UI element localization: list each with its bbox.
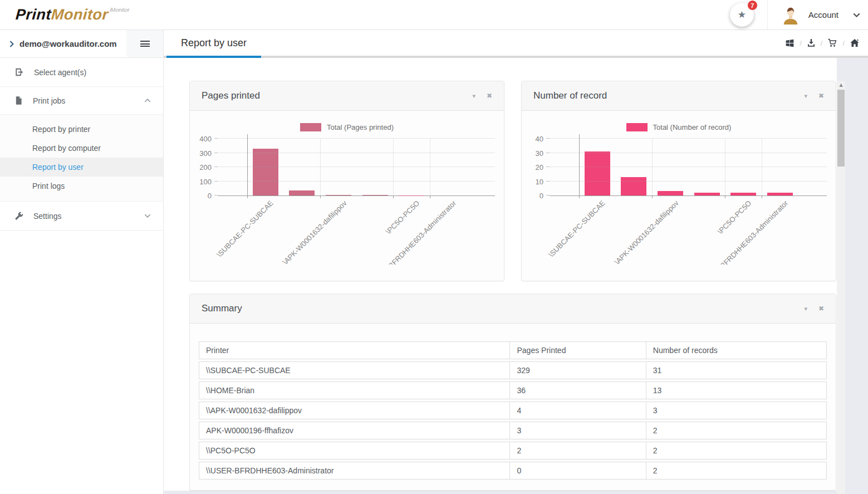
chart-bar	[399, 195, 424, 196]
settings-icon	[14, 211, 24, 221]
chart-bar	[585, 151, 610, 195]
table-cell: \\HOME-Brian	[199, 382, 510, 399]
home-icon	[850, 38, 860, 48]
x-axis-category-label: \PC5O-PC5O	[716, 199, 753, 236]
x-axis-category-label: \APK-W0001632-dafilippov	[612, 199, 680, 265]
vertical-gridline	[320, 139, 321, 195]
table-row: \\USER-BFRDHHE603-Administrator02	[199, 462, 827, 480]
table-cell: 4	[510, 402, 646, 419]
windows-grid-icon	[785, 38, 795, 48]
table-cell: 31	[646, 362, 826, 379]
table-cell: 36	[510, 382, 646, 399]
sidebar-item-settings[interactable]: Settings	[0, 202, 163, 231]
chart-bar	[253, 149, 278, 195]
table-cell: 0	[510, 462, 646, 479]
notifications-button[interactable]: ★ 7	[730, 3, 754, 27]
close-panel-icon[interactable]: ✖	[818, 305, 824, 312]
x-axis-tick-mark	[247, 195, 248, 198]
chevron-down-icon	[853, 13, 860, 17]
y-axis-tick-mark	[214, 195, 218, 195]
sidebar-header: demo@workauditor.com	[0, 30, 163, 58]
panel-header: Pages printed ▾ ✖	[190, 81, 504, 111]
top-header: PrintMonitoriMonitor ★ 7 Account	[0, 0, 868, 30]
table-header-cell: Pages Printed	[510, 342, 646, 359]
chevron-right-icon	[9, 41, 14, 47]
logo-text-monitor: Monitor	[51, 6, 109, 23]
cart-button[interactable]	[827, 38, 837, 47]
table-cell: 2	[510, 442, 646, 459]
chart-legend: Total (Number of record)	[522, 122, 836, 132]
vertical-gridline	[652, 139, 653, 195]
close-panel-icon[interactable]: ✖	[487, 92, 492, 99]
sidebar: demo@workauditor.com Select agent(s)	[0, 30, 164, 494]
horizontal-gridline	[218, 181, 495, 182]
legend-swatch	[626, 123, 648, 131]
y-axis-tick-label: 300	[199, 149, 212, 156]
horizontal-gridline	[550, 138, 827, 139]
chart-bar	[326, 195, 351, 195]
sidebar-item-report-by-user[interactable]: Report by user	[0, 158, 163, 177]
horizontal-gridline	[550, 153, 827, 153]
table-cell: \\APK-W0001632-dafilippov	[199, 402, 510, 419]
hamburger-icon	[140, 40, 150, 48]
menu-toggle-button[interactable]	[126, 30, 163, 57]
horizontal-gridline	[218, 138, 495, 139]
y-axis-tick-label: 200	[199, 164, 212, 171]
legend-label: Total (Number of record)	[653, 123, 732, 131]
table-cell: 329	[510, 362, 646, 379]
download-button[interactable]	[807, 38, 816, 47]
number-of-record-chart: Total (Number of record) \SUBCAE-PC-SUBC…	[522, 111, 836, 196]
x-axis-tick-mark	[579, 195, 580, 198]
table-cell: \\SUBCAE-PC-SUBCAE	[199, 362, 510, 379]
y-axis-tick-label: 0	[540, 192, 543, 199]
sidebar-account-email: demo@workauditor.com	[19, 39, 117, 48]
vertical-gridline	[393, 139, 394, 195]
chart-bar	[289, 190, 315, 195]
collapse-panel-icon[interactable]: ▾	[804, 93, 807, 99]
sidebar-account-toggle[interactable]: demo@workauditor.com	[0, 30, 126, 57]
home-button[interactable]	[850, 38, 860, 48]
sidebar-item-report-by-computer[interactable]: Report by computer	[0, 139, 163, 158]
y-axis-tick-label: 0	[208, 192, 212, 199]
toolbar-separator: /	[800, 39, 802, 47]
x-axis-category-label: \APK-W0001632-dafilippov	[281, 199, 348, 265]
x-axis-tick-mark	[652, 195, 653, 198]
scroll-up-button[interactable]: ▲	[837, 81, 845, 89]
scrollbar-thumb[interactable]	[837, 90, 845, 167]
windows-grid-button[interactable]	[785, 38, 795, 48]
table-header-row: PrinterPages PrintedNumber of records	[199, 341, 827, 359]
collapse-panel-icon[interactable]: ▾	[804, 306, 807, 312]
legend-label: Total (Pages printed)	[327, 123, 394, 131]
x-axis-tick-mark	[430, 195, 430, 198]
panel-number-of-record: Number of record ▾ ✖ Total (Number of re…	[521, 81, 836, 281]
panel-tools: ▾ ✖	[804, 92, 824, 99]
pages-printed-chart: Total (Pages printed) \SUBCAE-PC-SUBCAE\…	[190, 111, 504, 196]
close-panel-icon[interactable]: ✖	[818, 92, 824, 99]
x-axis-tick-mark	[762, 195, 762, 198]
table-cell: 3	[646, 402, 826, 419]
logo-text-print: Print	[15, 6, 52, 23]
sidebar-item-select-agents[interactable]: Select agent(s)	[0, 58, 163, 87]
star-icon: ★	[738, 10, 746, 19]
horizontal-gridline	[218, 167, 495, 167]
sidebar-item-report-by-printer[interactable]: Report by printer	[0, 120, 163, 139]
table-cell: 2	[646, 422, 826, 439]
account-button[interactable]: Account	[781, 6, 860, 25]
x-axis-labels: \SUBCAE-PC-SUBCAE\APK-W0001632-dafilippo…	[546, 195, 827, 265]
header-right-area: ★ 7 Account	[730, 0, 860, 30]
tab-report-by-user[interactable]: Report by user	[166, 30, 261, 58]
x-axis-category-label: \PC5O-PC5O	[384, 199, 421, 236]
sidebar-item-print-logs[interactable]: Print logs	[0, 177, 163, 195]
table-cell: 3	[510, 422, 646, 439]
table-row: \\SUBCAE-PC-SUBCAE32931	[199, 361, 827, 379]
panel-pages-printed: Pages printed ▾ ✖ Total (Pages printed)	[189, 81, 504, 281]
collapse-panel-icon[interactable]: ▾	[472, 93, 475, 99]
scrollbar-track[interactable]: ▲	[837, 81, 845, 494]
legend-swatch	[300, 123, 321, 131]
content-area: Pages printed ▾ ✖ Total (Pages printed)	[164, 58, 837, 491]
download-icon	[807, 38, 816, 47]
x-axis-category-label: \SUBCAE-PC-SUBCAE	[547, 199, 607, 259]
sidebar-item-print-jobs[interactable]: Print jobs	[0, 87, 163, 115]
panel-title: Summary	[202, 303, 242, 314]
y-axis-tick-label: 100	[199, 178, 212, 185]
